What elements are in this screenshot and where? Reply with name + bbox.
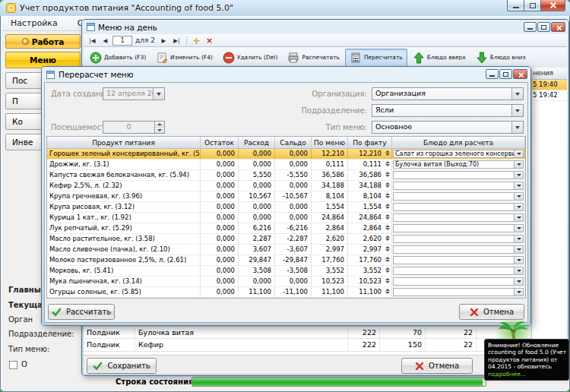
table-row[interactable]: Масло растительное, кг. (3.58)0,0002,287… <box>47 234 525 245</box>
nav-delete-icon[interactable]: × <box>204 36 215 46</box>
table-row[interactable]: Огурцы соленые, кг. (5.85)0,00011,100-11… <box>47 287 525 298</box>
org-select[interactable]: Организация <box>372 87 524 100</box>
changes-cell[interactable]: 5 19:40 <box>532 80 567 90</box>
header-saldo[interactable]: Сальдо <box>275 137 312 148</box>
header-product[interactable]: Продукт питания <box>47 137 201 148</box>
sidebar-item-menu[interactable]: Меню <box>5 52 81 68</box>
table-row[interactable]: Морковь, кг. (5.41)0,0003,508-3,5083,552… <box>47 266 525 277</box>
spinner[interactable] <box>384 182 391 188</box>
add-button[interactable]: Добавить (F3) <box>85 49 150 67</box>
header-ostatok[interactable]: Остаток <box>201 137 239 148</box>
dialog-titlebar[interactable]: Перерасчет меню <box>42 67 530 82</box>
spinner[interactable] <box>384 277 391 284</box>
cancel-button[interactable]: Отмена <box>401 358 473 374</box>
dish-combo[interactable] <box>393 267 524 275</box>
save-button[interactable]: Сохранить <box>87 358 157 374</box>
dish-combo[interactable] <box>393 277 524 286</box>
close-button[interactable] <box>540 0 565 11</box>
dish-combo[interactable] <box>393 203 524 211</box>
table-row[interactable]: Мука пшеничная, кг. (3.14)0,0000,0000,00… <box>47 277 525 287</box>
date-picker[interactable]: 12 апреля 2015 г. <box>103 87 165 100</box>
table-row[interactable]: Горошек зеленый консервированный, кг. (5… <box>47 149 525 160</box>
dish-down-button[interactable]: Блюдо вниз <box>471 49 530 67</box>
calculate-button[interactable]: Рассчитать <box>48 304 115 320</box>
dish-combo[interactable]: Салат из горошка зеленого консервирова <box>393 150 524 158</box>
header-dish[interactable]: Блюдо для расчета <box>392 137 525 148</box>
header-rashod[interactable]: Расход <box>239 137 275 148</box>
table-row[interactable]: Дрожжи, кг. (3.1)0,0000,0000,0000,1110,1… <box>47 160 525 170</box>
menu-settings[interactable]: Настройка <box>11 18 58 28</box>
dish-up-button[interactable]: Блюдо вверх <box>408 49 470 67</box>
dish-combo[interactable] <box>393 235 524 243</box>
checkbox[interactable] <box>9 361 17 369</box>
nav-first-icon[interactable]: |◀ <box>87 36 98 46</box>
header-po-menu[interactable]: По меню <box>312 137 348 148</box>
nav-last-icon[interactable]: ▶| <box>171 36 182 46</box>
table-row[interactable]: Молоко пастеризованное 2,5%, л. (2.61)0,… <box>47 255 525 266</box>
update-tooltip[interactable]: Внимание! Обновление ccounting of food 5… <box>484 339 569 381</box>
dish-combo[interactable] <box>393 245 524 254</box>
spinner[interactable] <box>384 288 391 295</box>
spinner[interactable] <box>384 256 391 263</box>
dish-combo[interactable]: Булочка витая (Выход:70) <box>393 160 524 169</box>
menu-row[interactable]: Полдник Булочка витая 222 70 22 <box>84 326 531 339</box>
maximize-button[interactable] <box>499 69 512 79</box>
spinner[interactable] <box>384 213 391 220</box>
table-row[interactable]: Масло сливочное (пачка), кг. (2.10)0,000… <box>47 245 525 255</box>
close-button[interactable] <box>513 69 527 79</box>
dept-select[interactable]: Ясли <box>372 104 524 117</box>
cell-product: Масло растительное, кг. (3.58) <box>47 234 201 244</box>
cell-rashod: 0,000 <box>239 277 275 286</box>
spinner[interactable] <box>384 171 391 178</box>
cell-po-faktu: 3,552 <box>348 266 392 276</box>
table-row[interactable]: Капуста свежая белокачанная, кг. (5.94)0… <box>47 170 525 181</box>
dish-combo[interactable] <box>393 182 524 190</box>
spinner[interactable] <box>384 235 391 242</box>
delete-button[interactable]: Удалить (Del) <box>218 49 283 67</box>
maximize-button[interactable] <box>537 22 550 32</box>
sidebar-section-work[interactable]: Работа <box>5 34 81 49</box>
recalculate-button[interactable]: Пересчитать <box>345 49 407 67</box>
dish-combo[interactable] <box>393 213 524 222</box>
sidebar-item-label: Ко <box>12 117 23 126</box>
dish-combo[interactable] <box>393 288 524 296</box>
menu-day-titlebar[interactable]: Меню на день <box>82 20 568 34</box>
spinner[interactable] <box>384 150 391 156</box>
dish-combo[interactable] <box>393 256 524 264</box>
cell-po-menu: 2,864 <box>312 223 348 233</box>
nav-next-icon[interactable]: ▶ <box>158 36 169 46</box>
nav-page-input[interactable]: 1 <box>112 36 132 46</box>
spinner[interactable] <box>384 224 391 231</box>
maximize-button[interactable] <box>524 0 540 11</box>
dish-combo[interactable] <box>393 171 524 179</box>
cell-rashod: 0,000 <box>239 181 275 191</box>
dish-combo[interactable] <box>393 192 524 201</box>
dish-combo[interactable] <box>393 224 524 232</box>
changes-cell[interactable]: 5 19:42 <box>532 90 567 101</box>
spinner[interactable] <box>384 245 391 252</box>
spinner[interactable] <box>384 203 391 210</box>
nav-add-icon[interactable]: + <box>191 36 202 46</box>
cell-product: Крупа гречневая, кг. (3.96) <box>47 191 201 201</box>
spinner[interactable] <box>384 267 391 273</box>
minimize-button[interactable] <box>507 0 524 11</box>
minimize-button[interactable] <box>524 22 537 32</box>
edit-button[interactable]: Изменить (F4) <box>151 49 217 67</box>
close-button[interactable] <box>551 22 565 32</box>
header-po-faktu[interactable]: По факту <box>348 137 392 148</box>
table-row[interactable]: Лук репчатый, кг. (5.29)0,0006,216-6,216… <box>47 223 525 234</box>
menu-type-select[interactable]: Основное <box>372 121 524 134</box>
print-button[interactable]: Распечатать <box>283 49 344 67</box>
attendance-stepper[interactable]: 0 <box>103 121 165 134</box>
table-row[interactable]: Курица 1 кат., кг. (1.92)0,0000,0000,000… <box>47 213 525 223</box>
nav-prev-icon[interactable]: ◀ <box>100 36 111 46</box>
tooltip-more-link[interactable]: подробнее... <box>488 371 565 378</box>
menu-row[interactable]: Полдник Кефир 222 150 22 <box>84 339 531 352</box>
spinner[interactable] <box>384 160 391 167</box>
minimize-button[interactable] <box>486 69 499 79</box>
table-row[interactable]: Крупа рисовая, кг. (3.12)0,0000,0000,000… <box>47 202 525 213</box>
main-titlebar[interactable]: Учет продуктов питания "Accounting of fo… <box>0 0 570 16</box>
spinner[interactable] <box>384 192 391 199</box>
table-row[interactable]: Кефир 2,5%, л. (2.32)0,0000,0000,00034,1… <box>47 181 525 191</box>
table-row[interactable]: Крупа гречневая, кг. (3.96)0,00010,567-1… <box>47 191 525 202</box>
